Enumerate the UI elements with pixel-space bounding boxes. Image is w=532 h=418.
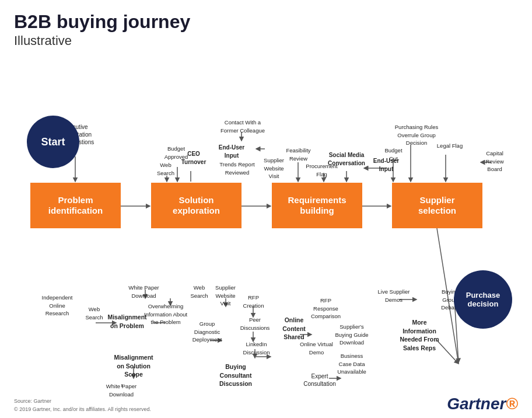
- node-group-diagnostic: Group Diagnostic Deployment: [186, 320, 228, 343]
- node-supplier-website-1: Supplier Website Visit: [258, 156, 290, 180]
- node-more-info: More Information Needed From Sales Reps: [396, 318, 443, 353]
- phase-supplier-selection: Supplier selection: [392, 183, 482, 228]
- node-social-media: Social Media Conversation: [323, 151, 370, 168]
- node-independent-online: Independent Online Research: [34, 294, 80, 317]
- diagram-area: Start Problem identification Solutionexp…: [14, 54, 518, 387]
- node-linkedin: LinkedIn Discussion: [237, 340, 275, 356]
- node-peer-discussions: Peer Discussions: [237, 316, 272, 332]
- start-circle: Start: [27, 116, 79, 168]
- node-web-search-3: Web Search: [78, 305, 110, 321]
- node-suppliers-guide: Supplier's Buying Guide Download: [331, 323, 373, 346]
- page-subtitle: Illustrative: [14, 33, 518, 48]
- footer-source: Source: Gartner: [14, 398, 151, 406]
- node-white-paper-1: White Paper Download: [122, 284, 166, 299]
- purchase-decision-circle: Purchase decision: [454, 270, 512, 329]
- node-contact-colleague: Contact With a Former Colleague: [219, 119, 266, 134]
- node-rfp-creation: RFP Creation: [237, 294, 270, 309]
- node-overwhelming: Overwhelming Information About the Probl…: [142, 302, 189, 326]
- node-ceo-turnover: CEO Turnover: [176, 149, 211, 166]
- node-expert-consultation: Expert Consultation: [299, 372, 341, 388]
- node-rfp-response: RFP Response Comparison: [304, 297, 348, 320]
- node-live-demos: Live Supplier Demos: [373, 288, 415, 304]
- node-capital-review: Capital Review Board: [475, 149, 514, 173]
- phase-problem-identification: Problem identification: [30, 183, 121, 228]
- node-buying-consultant: Buying Consultant Discussion: [212, 363, 259, 388]
- node-legal-flag: Legal Flag: [435, 142, 464, 149]
- node-budget-cut: Budget Cut: [380, 147, 407, 162]
- node-end-user-input-1: End-User Input: [214, 143, 249, 160]
- footer: Source: Gartner © 2019 Gartner, Inc. and…: [14, 398, 151, 413]
- node-misalignment-solution: Misalignment on Solution Scope: [110, 353, 157, 379]
- node-white-paper-2: White Paper Download: [102, 382, 141, 398]
- footer-copyright: © 2019 Gartner, Inc. and/or its affiliat…: [14, 406, 151, 414]
- main-container: B2B buying journey Illustrative: [0, 0, 532, 418]
- phase-requirements-building: Requirements building: [272, 183, 362, 228]
- gartner-dot: ®: [506, 395, 518, 413]
- node-trends-report: Trends Report Reviewed: [218, 161, 256, 176]
- page-title: B2B buying journey: [14, 12, 518, 32]
- node-online-virtual: Online Virtual Demo: [298, 340, 335, 356]
- gartner-logo: Gartner®: [447, 395, 518, 413]
- phase-solution-exploration: Solutionexploration: [151, 183, 242, 228]
